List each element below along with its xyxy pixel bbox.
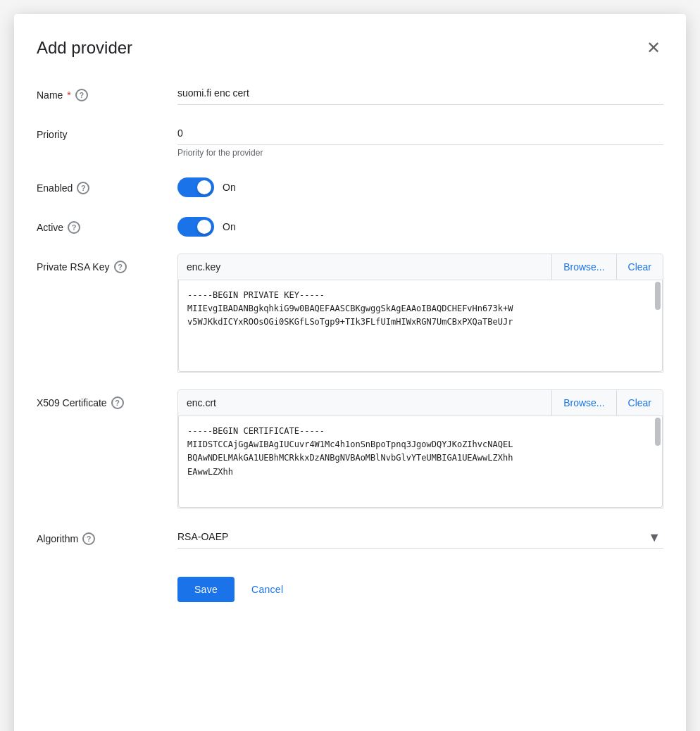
active-help-icon[interactable]: ?	[68, 221, 80, 234]
active-status: On	[223, 221, 236, 232]
algorithm-select-wrap: RSA-OAEP RSA-OAEP-256 RSA1_5 ▼	[177, 525, 663, 549]
priority-control: Priority for the provider	[177, 122, 663, 158]
priority-row: Priority Priority for the provider	[37, 122, 663, 158]
x509-certificate-label: X509 Certificate ?	[37, 389, 177, 409]
required-indicator: *	[67, 89, 70, 101]
active-label: Active ?	[37, 214, 177, 234]
private-rsa-key-filename: enc.key	[178, 254, 551, 280]
private-rsa-key-content: -----BEGIN PRIVATE KEY----- MIIEvgIBADAN…	[178, 280, 663, 372]
cancel-button[interactable]: Cancel	[246, 577, 289, 602]
private-rsa-key-label: Private RSA Key ?	[37, 254, 177, 273]
private-rsa-key-help-icon[interactable]: ?	[114, 261, 127, 273]
enabled-toggle-row: On	[177, 175, 663, 197]
enabled-status: On	[223, 182, 236, 193]
priority-helper: Priority for the provider	[177, 148, 663, 158]
enabled-control: On	[177, 175, 663, 197]
save-button[interactable]: Save	[177, 577, 235, 602]
x509-certificate-scrollbar[interactable]	[655, 418, 661, 446]
dialog-title: Add provider	[37, 38, 132, 58]
private-rsa-key-file-wrap: enc.key Browse... Clear -----BEGIN PRIVA…	[177, 254, 663, 373]
priority-label: Priority	[37, 122, 177, 140]
enabled-toggle[interactable]	[177, 177, 214, 197]
x509-certificate-clear-button[interactable]: Clear	[616, 390, 663, 416]
active-toggle[interactable]	[177, 217, 214, 237]
priority-input[interactable]	[177, 122, 663, 145]
dialog-footer: Save Cancel	[37, 577, 663, 602]
algorithm-row: Algorithm ? RSA-OAEP RSA-OAEP-256 RSA1_5…	[37, 525, 663, 549]
active-row: Active ? On	[37, 214, 663, 237]
name-control	[177, 82, 663, 105]
close-button[interactable]: ✕	[644, 37, 663, 59]
active-toggle-row: On	[177, 214, 663, 237]
name-input[interactable]	[177, 82, 663, 105]
x509-certificate-file-header: enc.crt Browse... Clear	[178, 390, 663, 416]
name-label: Name * ?	[37, 82, 177, 101]
x509-certificate-row: X509 Certificate ? enc.crt Browse... Cle…	[37, 389, 663, 508]
algorithm-help-icon[interactable]: ?	[82, 532, 95, 545]
active-slider	[177, 217, 214, 237]
dialog-header: Add provider ✕	[37, 37, 663, 59]
close-icon: ✕	[646, 39, 661, 56]
private-rsa-key-clear-button[interactable]: Clear	[616, 254, 663, 280]
x509-certificate-content: -----BEGIN CERTIFICATE----- MIIDSTCCAjGg…	[178, 416, 663, 508]
algorithm-control: RSA-OAEP RSA-OAEP-256 RSA1_5 ▼	[177, 525, 663, 549]
enabled-slider	[177, 177, 214, 197]
x509-certificate-file-wrap: enc.crt Browse... Clear -----BEGIN CERTI…	[177, 389, 663, 508]
algorithm-select[interactable]: RSA-OAEP RSA-OAEP-256 RSA1_5	[177, 525, 663, 549]
x509-certificate-help-icon[interactable]: ?	[111, 396, 124, 409]
add-provider-dialog: Add provider ✕ Name * ? Priority Priorit…	[14, 14, 686, 731]
private-rsa-key-row: Private RSA Key ? enc.key Browse... Clea…	[37, 254, 663, 373]
name-help-icon[interactable]: ?	[75, 89, 88, 101]
private-rsa-key-browse-button[interactable]: Browse...	[551, 254, 615, 280]
enabled-row: Enabled ? On	[37, 175, 663, 197]
enabled-label: Enabled ?	[37, 175, 177, 194]
x509-certificate-browse-button[interactable]: Browse...	[551, 390, 615, 416]
active-control: On	[177, 214, 663, 237]
enabled-help-icon[interactable]: ?	[77, 182, 89, 194]
x509-certificate-filename: enc.crt	[178, 390, 551, 416]
x509-certificate-control: enc.crt Browse... Clear -----BEGIN CERTI…	[177, 389, 663, 508]
private-rsa-key-scrollbar[interactable]	[655, 282, 661, 310]
name-row: Name * ?	[37, 82, 663, 105]
algorithm-label: Algorithm ?	[37, 525, 177, 545]
private-rsa-key-control: enc.key Browse... Clear -----BEGIN PRIVA…	[177, 254, 663, 373]
private-rsa-key-file-header: enc.key Browse... Clear	[178, 254, 663, 280]
